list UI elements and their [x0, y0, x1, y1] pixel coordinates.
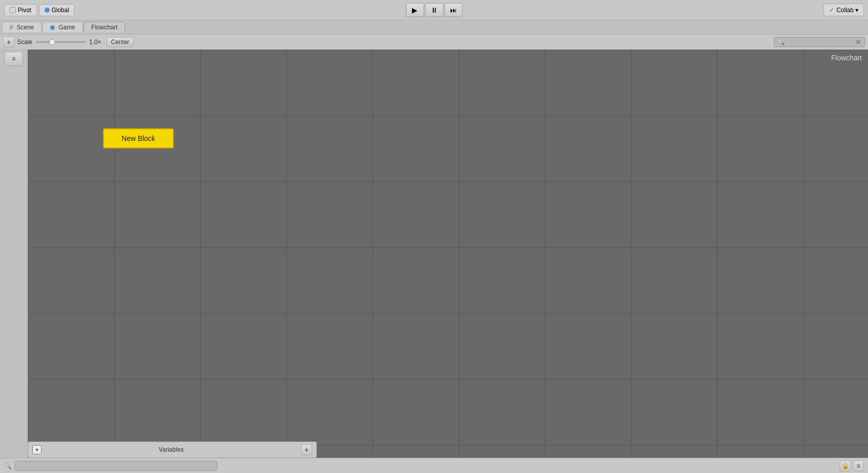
pivot-icon [10, 7, 16, 13]
new-block-label: New Block [122, 134, 155, 142]
tabs-row: # Scene Game Flowchart [0, 20, 868, 34]
layers-button[interactable]: ≡ [853, 460, 864, 471]
step-icon: ⏭ [450, 6, 457, 14]
status-icons: 🔒 ≡ [840, 460, 864, 471]
pivot-button[interactable]: Pivot [4, 4, 37, 16]
scale-label: Scale [17, 39, 32, 46]
top-bar-left: Pivot Global [4, 4, 74, 16]
collapse-variables-button[interactable]: ▼ [32, 445, 42, 454]
search-icon: 🔍 [777, 39, 785, 46]
lock-icon: 🔒 [842, 462, 849, 469]
search-box: 🔍 ✕ [774, 37, 865, 47]
tab-scene[interactable]: # Scene [2, 22, 42, 32]
tab-scene-label: Scene [17, 24, 34, 31]
main-layout: ≡ Flowchart New Block ▼ Variables + [0, 50, 868, 458]
tab-game-dot [50, 25, 55, 30]
tab-flowchart[interactable]: Flowchart [84, 22, 125, 32]
add-variable-button[interactable]: + [301, 444, 312, 455]
step-button[interactable]: ⏭ [444, 3, 463, 17]
center-label: Center [111, 39, 129, 46]
collab-check-icon: ✓ [829, 6, 835, 14]
pause-icon: ⏸ [431, 6, 438, 14]
add-variable-icon: + [305, 446, 309, 454]
play-icon: ▶ [412, 6, 418, 14]
list-icon: ≡ [12, 55, 15, 62]
close-search-icon[interactable]: ✕ [855, 38, 861, 46]
global-button[interactable]: Global [39, 4, 75, 16]
tab-scene-hash: # [10, 24, 13, 31]
flowchart-title: Flowchart [831, 54, 862, 62]
tab-game[interactable]: Game [43, 22, 83, 32]
layers-icon: ≡ [856, 462, 860, 469]
tab-game-label: Game [58, 24, 75, 31]
collab-label: Collab ▾ [837, 7, 858, 14]
global-icon [45, 8, 50, 13]
sidebar-list-btn[interactable]: ≡ [5, 52, 23, 66]
transport-controls: ▶ ⏸ ⏭ [406, 3, 463, 17]
new-block-node[interactable]: New Block [103, 128, 174, 149]
bottom-search-icon: 🔍 [4, 462, 12, 469]
top-right-area: ✓ Collab ▾ [823, 4, 864, 16]
collab-button[interactable]: ✓ Collab ▾ [823, 4, 864, 16]
variables-panel-header: ▼ Variables + [28, 442, 316, 457]
bottom-status-bar: 🔍 🔒 ≡ [0, 458, 868, 473]
pause-button[interactable]: ⏸ [425, 3, 443, 17]
bottom-search-input[interactable] [15, 461, 217, 471]
flowchart-canvas[interactable]: Flowchart New Block ▼ Variables + [28, 50, 868, 458]
lock-button[interactable]: 🔒 [840, 460, 851, 471]
center-button[interactable]: Center [106, 37, 134, 47]
variables-label: Variables [45, 446, 298, 453]
scale-slider[interactable] [35, 41, 86, 43]
collapse-icon: ▼ [34, 447, 40, 453]
scale-value: 1.0× [89, 39, 103, 46]
play-button[interactable]: ▶ [406, 3, 424, 17]
pivot-label: Pivot [18, 7, 31, 14]
add-block-button[interactable]: + [3, 37, 14, 48]
scene-toolbar: + Scale 1.0× Center 🔍 ✕ [0, 34, 868, 50]
tab-flowchart-label: Flowchart [91, 24, 118, 31]
grid-overlay [28, 50, 868, 458]
top-bar: Pivot Global ▶ ⏸ ⏭ ✓ Collab ▾ [0, 0, 868, 20]
left-sidebar: ≡ [0, 50, 28, 458]
search-input[interactable] [787, 39, 853, 46]
global-label: Global [52, 7, 69, 14]
variables-panel: ▼ Variables + [28, 442, 317, 458]
add-icon: + [7, 38, 11, 46]
